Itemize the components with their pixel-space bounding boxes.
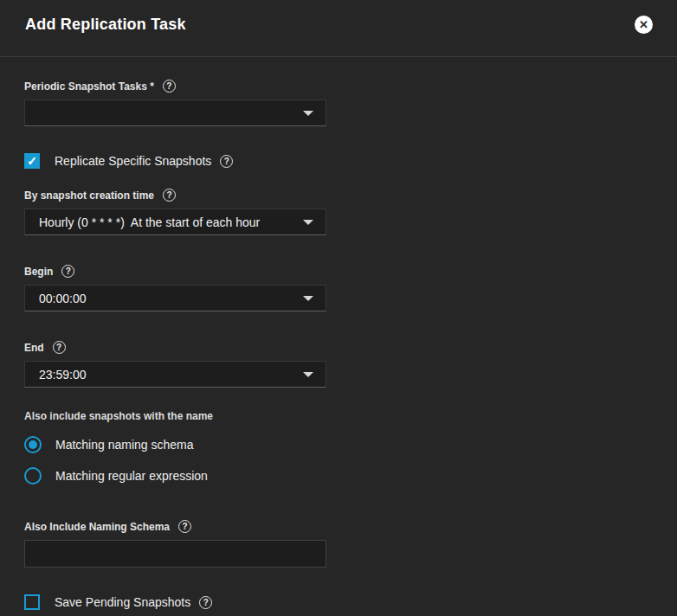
radio-dot	[29, 472, 37, 480]
begin-select[interactable]: 00:00:00	[24, 285, 326, 311]
close-button[interactable]: ✕	[635, 16, 653, 34]
also-include-naming-schema-input[interactable]	[24, 540, 326, 568]
chevron-down-icon	[303, 111, 313, 116]
radio-row-matching-regular-expression[interactable]: Matching regular expression	[24, 467, 653, 484]
chevron-down-icon	[303, 372, 313, 377]
chevron-down-icon	[303, 296, 313, 301]
radio-matching-naming-schema[interactable]	[24, 436, 42, 453]
dialog-title: Add Replication Task	[25, 14, 186, 34]
radio-dot	[29, 440, 37, 449]
replicate-specific-snapshots-checkbox-row[interactable]: ✓ Replicate Specific Snapshots ?	[24, 153, 653, 169]
begin-label: Begin ?	[24, 265, 653, 278]
also-include-naming-schema-label: Also Include Naming Schema ?	[24, 520, 653, 533]
add-replication-task-dialog: Add Replication Task ✕ Periodic Snapshot…	[0, 0, 677, 616]
radio-label: Matching regular expression	[55, 469, 208, 483]
help-icon[interactable]: ?	[53, 341, 66, 354]
select-value: 23:59:00	[39, 368, 87, 382]
radio-row-matching-naming-schema[interactable]: Matching naming schema	[24, 436, 653, 453]
radio-label: Matching naming schema	[55, 438, 194, 452]
dialog-content: Periodic Snapshot Tasks * ? ✓ Replicate …	[0, 80, 677, 610]
help-icon[interactable]: ?	[199, 596, 212, 609]
also-include-group-label: Also include snapshots with the name	[24, 410, 653, 422]
select-value: Hourly (0 * * * *) At the start of each …	[39, 215, 260, 229]
replicate-specific-snapshots-label: Replicate Specific Snapshots	[55, 154, 211, 168]
periodic-snapshot-tasks-label: Periodic Snapshot Tasks * ?	[24, 80, 653, 93]
periodic-snapshot-tasks-select[interactable]	[24, 99, 326, 126]
save-pending-snapshots-checkbox[interactable]	[24, 594, 40, 610]
chevron-down-icon	[303, 220, 313, 225]
by-snapshot-creation-time-select[interactable]: Hourly (0 * * * *) At the start of each …	[24, 209, 326, 235]
help-icon[interactable]: ?	[163, 80, 176, 93]
save-pending-snapshots-checkbox-row[interactable]: Save Pending Snapshots ?	[24, 594, 653, 610]
end-select[interactable]: 23:59:00	[24, 361, 326, 388]
help-icon[interactable]: ?	[61, 265, 74, 278]
help-icon[interactable]: ?	[178, 520, 191, 533]
dialog-header: Add Replication Task ✕	[0, 0, 677, 57]
select-value: 00:00:00	[39, 292, 87, 305]
close-icon: ✕	[639, 18, 648, 31]
help-icon[interactable]: ?	[163, 189, 176, 202]
radio-matching-regular-expression[interactable]	[24, 467, 42, 484]
check-icon: ✓	[27, 155, 37, 167]
end-label: End ?	[24, 341, 653, 354]
by-snapshot-creation-time-label: By snapshot creation time ?	[24, 189, 653, 202]
help-icon[interactable]: ?	[220, 155, 233, 168]
save-pending-snapshots-label: Save Pending Snapshots	[55, 595, 190, 609]
replicate-specific-snapshots-checkbox[interactable]: ✓	[24, 153, 40, 169]
